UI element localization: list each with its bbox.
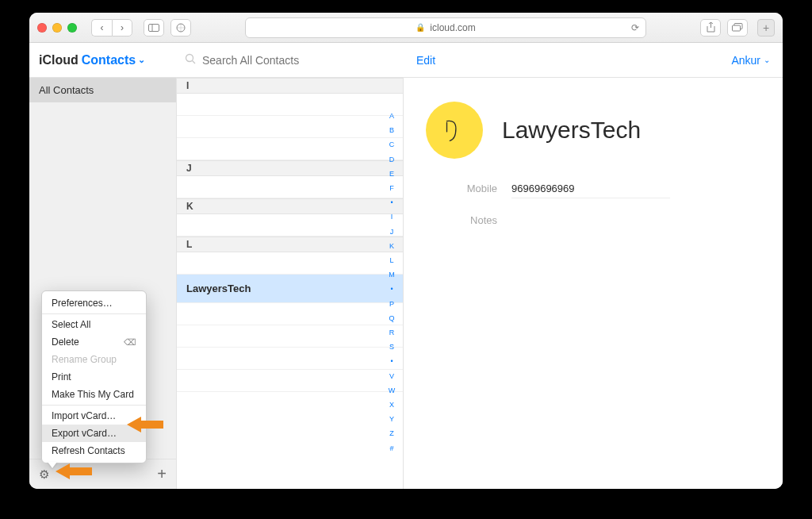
sidebar-icon bbox=[148, 24, 159, 32]
section-I: I bbox=[177, 78, 403, 94]
mobile-label: Mobile bbox=[450, 183, 497, 198]
section-J: J bbox=[177, 160, 403, 176]
alpha-letter[interactable]: I bbox=[385, 213, 398, 221]
alpha-letter[interactable]: E bbox=[385, 171, 398, 178]
alpha-letter[interactable]: B bbox=[385, 127, 398, 134]
reader-icon bbox=[176, 23, 186, 33]
back-button[interactable]: ‹ bbox=[91, 19, 112, 37]
reader-button[interactable] bbox=[170, 19, 191, 37]
menu-make-my-card[interactable]: Make This My Card bbox=[42, 386, 146, 403]
lock-icon: 🔒 bbox=[416, 23, 425, 32]
list-item[interactable] bbox=[177, 348, 403, 370]
alpha-letter[interactable]: Z bbox=[385, 430, 398, 437]
tabs-icon bbox=[732, 23, 743, 32]
url-host: icloud.com bbox=[430, 22, 475, 33]
window-controls bbox=[37, 23, 77, 33]
svg-line-6 bbox=[193, 61, 196, 64]
minimize-window-button[interactable] bbox=[52, 23, 62, 33]
mobile-value: 96969696969 bbox=[511, 183, 670, 198]
contact-detail: LawyersTech Mobile 96969696969 Notes bbox=[404, 78, 783, 489]
search-input[interactable] bbox=[202, 54, 361, 67]
alpha-letter[interactable]: • bbox=[385, 358, 398, 365]
alpha-letter[interactable]: C bbox=[385, 141, 398, 148]
list-item[interactable] bbox=[177, 94, 403, 116]
user-name: Ankur bbox=[731, 54, 760, 67]
alpha-letter[interactable]: M bbox=[385, 271, 398, 279]
list-item[interactable] bbox=[177, 370, 403, 392]
alpha-letter[interactable]: K bbox=[385, 243, 398, 250]
alpha-index[interactable]: ABCDEF•IJKLM•PQRS•VWXYZ# bbox=[385, 113, 398, 452]
svg-rect-0 bbox=[149, 24, 159, 31]
close-window-button[interactable] bbox=[37, 23, 47, 33]
alpha-letter[interactable]: S bbox=[385, 344, 398, 351]
contact-name: LawyersTech bbox=[502, 117, 641, 144]
alpha-letter[interactable]: # bbox=[385, 445, 398, 452]
forward-button[interactable]: › bbox=[112, 19, 132, 37]
list-item[interactable] bbox=[177, 138, 403, 160]
icloud-header: iCloud Contacts ⌄ Edit Ankur ⌄ bbox=[29, 43, 783, 78]
app-switcher[interactable]: iCloud Contacts ⌄ bbox=[29, 43, 177, 77]
sidebar-item-all-contacts[interactable]: All Contacts bbox=[29, 78, 176, 102]
menu-refresh-contacts[interactable]: Refresh Contacts bbox=[42, 442, 146, 459]
maximize-window-button[interactable] bbox=[67, 23, 77, 33]
annotation-arrow-gear bbox=[56, 463, 92, 479]
user-menu[interactable]: Ankur ⌄ bbox=[731, 54, 770, 67]
brand-label: iCloud bbox=[39, 53, 79, 67]
sidebar-toggle-button[interactable] bbox=[144, 19, 164, 37]
alpha-letter[interactable]: Y bbox=[385, 416, 398, 423]
share-icon bbox=[707, 22, 715, 33]
alpha-letter[interactable]: A bbox=[385, 113, 398, 120]
new-tab-button[interactable]: + bbox=[757, 19, 775, 37]
tabs-button[interactable] bbox=[727, 19, 748, 37]
contact-avatar bbox=[426, 102, 483, 159]
menu-print[interactable]: Print bbox=[42, 368, 146, 386]
annotation-arrow-export bbox=[127, 417, 163, 432]
url-bar[interactable]: 🔒 icloud.com ⟳ bbox=[245, 17, 646, 38]
alpha-letter[interactable]: R bbox=[385, 329, 398, 336]
contacts-list: I J K L LawyersTech ABCDEF•IJKLM•PQRS•VW… bbox=[177, 78, 404, 489]
list-item[interactable] bbox=[177, 252, 403, 275]
menu-preferences[interactable]: Preferences… bbox=[42, 294, 146, 312]
alpha-letter[interactable]: W bbox=[385, 387, 398, 394]
detail-header-bar: Edit Ankur ⌄ bbox=[404, 43, 783, 77]
backspace-icon: ⌫ bbox=[124, 337, 136, 348]
menu-rename-group: Rename Group bbox=[42, 351, 146, 368]
alpha-letter[interactable]: P bbox=[385, 301, 398, 308]
search-icon bbox=[185, 53, 196, 67]
menu-select-all[interactable]: Select All bbox=[42, 316, 146, 333]
share-button[interactable] bbox=[700, 19, 721, 37]
settings-context-menu: Preferences… Select All Delete⌫ Rename G… bbox=[41, 290, 147, 463]
alpha-letter[interactable]: L bbox=[385, 257, 398, 264]
app-name: Contacts bbox=[82, 53, 136, 67]
alpha-letter[interactable]: F bbox=[385, 185, 398, 192]
section-K: K bbox=[177, 198, 403, 214]
alpha-letter[interactable]: D bbox=[385, 156, 398, 163]
list-item[interactable] bbox=[177, 214, 403, 236]
settings-gear-button[interactable]: ⚙ bbox=[39, 467, 49, 482]
notes-label: Notes bbox=[450, 214, 497, 226]
list-item[interactable] bbox=[177, 303, 403, 325]
list-item[interactable] bbox=[177, 116, 403, 138]
alpha-letter[interactable]: • bbox=[385, 199, 398, 206]
chevron-down-icon: ⌄ bbox=[764, 56, 770, 64]
alpha-letter[interactable]: • bbox=[385, 286, 398, 293]
list-item[interactable] bbox=[177, 176, 403, 198]
chevron-down-icon: ⌄ bbox=[138, 55, 145, 65]
alpha-letter[interactable]: J bbox=[385, 229, 398, 236]
notes-value bbox=[511, 214, 670, 226]
nav-back-forward: ‹ › bbox=[91, 19, 132, 37]
section-L: L bbox=[177, 236, 403, 252]
edit-button[interactable]: Edit bbox=[416, 54, 435, 67]
alpha-letter[interactable]: V bbox=[385, 373, 398, 380]
search-field-wrapper bbox=[177, 43, 404, 77]
svg-rect-4 bbox=[733, 25, 741, 31]
svg-point-5 bbox=[186, 55, 193, 62]
alpha-letter[interactable]: Q bbox=[385, 315, 398, 322]
list-item[interactable] bbox=[177, 325, 403, 348]
reload-button[interactable]: ⟳ bbox=[631, 22, 639, 33]
add-contact-button[interactable]: + bbox=[157, 465, 167, 483]
menu-delete[interactable]: Delete⌫ bbox=[42, 333, 146, 351]
list-item-selected[interactable]: LawyersTech bbox=[177, 275, 403, 303]
safari-toolbar: ‹ › 🔒 icloud.com ⟳ + bbox=[29, 13, 783, 43]
alpha-letter[interactable]: X bbox=[385, 402, 398, 409]
